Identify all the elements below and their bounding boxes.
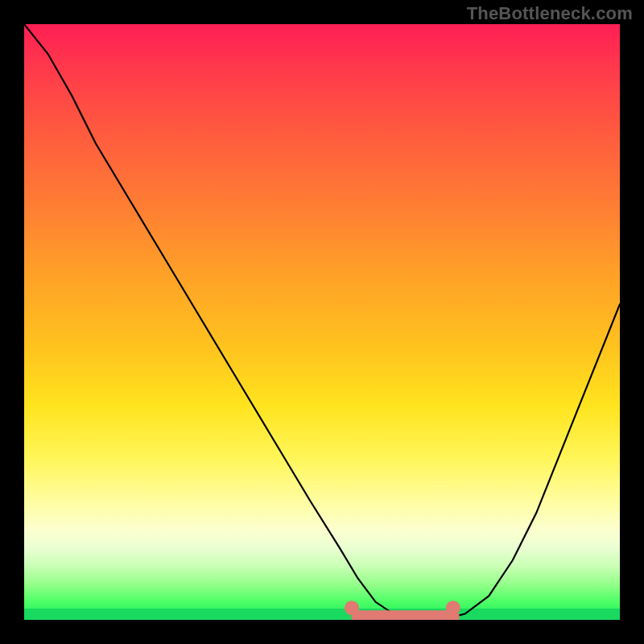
plot-area bbox=[24, 24, 620, 620]
chart-frame: TheBottleneck.com bbox=[0, 0, 644, 644]
bottleneck-curve bbox=[24, 24, 620, 620]
curve-layer bbox=[24, 24, 620, 620]
attribution-text: TheBottleneck.com bbox=[467, 3, 633, 24]
optimal-flat-region bbox=[345, 601, 460, 617]
optimal-flat-dot-right bbox=[446, 601, 460, 615]
optimal-flat-dot-left bbox=[345, 601, 359, 615]
